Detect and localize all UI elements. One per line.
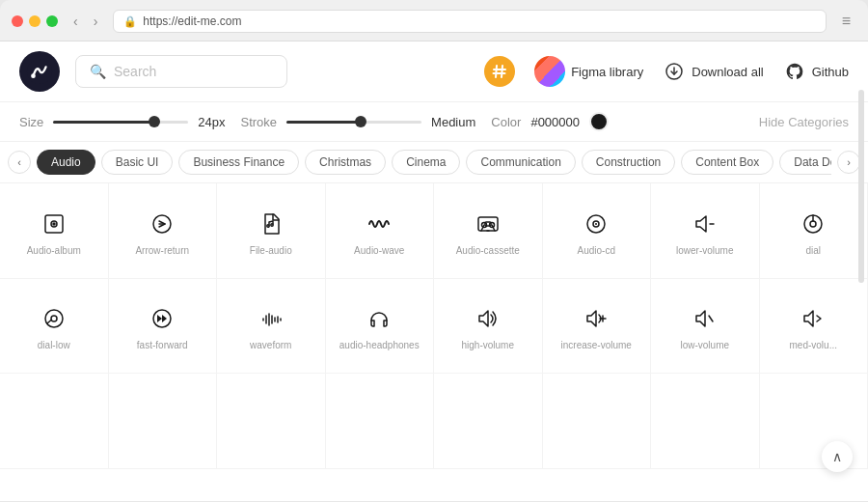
waveform-icon xyxy=(258,305,285,332)
icon-cell-dial-low[interactable]: dial-low xyxy=(0,279,109,375)
scroll-up-button[interactable]: ∧ xyxy=(822,441,853,472)
icon-cell-audio-album[interactable]: Audio-album xyxy=(0,183,109,279)
svg-marker-30 xyxy=(157,315,162,322)
category-tab-basic-ui[interactable]: Basic UI xyxy=(101,150,174,175)
categories-next-button[interactable]: › xyxy=(837,151,860,174)
search-input[interactable]: Search xyxy=(114,64,156,79)
lock-icon: 🔒 xyxy=(123,15,137,28)
dial-icon xyxy=(800,210,827,237)
icon-cell-file-audio[interactable]: File-audio xyxy=(217,183,326,279)
audio-wave-label: Audio-wave xyxy=(354,245,404,257)
svg-point-1 xyxy=(31,73,36,78)
arrow-return-label: Arrow-return xyxy=(135,245,189,257)
icon-cell-audio-cd[interactable]: Audio-cd xyxy=(543,183,652,279)
icon-cell-arrow-return[interactable]: Arrow-return xyxy=(109,183,218,279)
increase-volume-label: increase-volume xyxy=(561,340,632,351)
icon-cell-dial[interactable]: dial xyxy=(760,183,869,279)
nav-actions: Figma library Download all xyxy=(484,56,849,87)
dial-low-icon xyxy=(41,305,68,332)
stroke-slider[interactable] xyxy=(286,121,421,124)
figma-label: Figma library xyxy=(571,65,643,79)
hashtag-button[interactable] xyxy=(484,56,515,87)
icon-cell-lower-volume[interactable]: lower-volume xyxy=(651,183,760,279)
svg-line-28 xyxy=(47,321,51,324)
back-button[interactable]: ‹ xyxy=(68,12,84,31)
audio-album-label: Audio-album xyxy=(27,245,81,257)
category-tabs: Audio Basic UI Business Finance Christma… xyxy=(37,150,831,175)
icon-cell-med-volume[interactable]: med-volu... xyxy=(760,279,869,375)
icon-cell-fast-forward[interactable]: fast-forward xyxy=(109,279,218,375)
category-tab-construction[interactable]: Construction xyxy=(582,150,675,175)
icon-cell-audio-wave[interactable]: Audio-wave xyxy=(326,183,435,279)
github-button[interactable]: Github xyxy=(783,60,849,83)
category-tab-christmas[interactable]: Christmas xyxy=(305,150,386,175)
size-slider[interactable] xyxy=(53,121,188,124)
svg-point-26 xyxy=(45,310,63,327)
search-bar[interactable]: 🔍 Search xyxy=(75,55,287,88)
file-audio-label: File-audio xyxy=(250,245,292,257)
category-tab-content-box[interactable]: Content Box xyxy=(681,150,773,175)
category-tab-audio[interactable]: Audio xyxy=(37,150,95,175)
traffic-lights xyxy=(12,15,58,27)
category-tab-business-finance[interactable]: Business Finance xyxy=(178,150,299,175)
r3-icon-7 xyxy=(692,406,719,433)
audio-album-icon xyxy=(41,210,68,237)
icon-cell-r3i3[interactable] xyxy=(217,374,326,469)
audio-cassette-label: Audio-cassette xyxy=(456,245,520,257)
github-icon xyxy=(783,60,806,83)
r3-icon-8 xyxy=(800,406,827,433)
icon-cell-r3i7[interactable] xyxy=(651,374,760,469)
category-tab-data-document[interactable]: Data Document xyxy=(779,150,831,175)
size-label: Size xyxy=(19,115,43,129)
stroke-control: Stroke Medium xyxy=(241,115,476,129)
app-logo[interactable] xyxy=(19,51,60,92)
audio-cassette-icon xyxy=(475,210,502,237)
icon-cell-r3i1[interactable] xyxy=(0,374,109,469)
category-tab-communication[interactable]: Communication xyxy=(466,150,575,175)
svg-marker-21 xyxy=(696,216,706,232)
hide-categories-button[interactable]: Hide Categories xyxy=(759,115,849,129)
browser-titlebar: ‹ › 🔒 https://edit-me.com ≡ xyxy=(12,10,856,33)
icon-cell-audio-headphones[interactable]: audio-headphones xyxy=(326,279,435,375)
search-icon: 🔍 xyxy=(90,64,106,79)
icon-cell-r3i6[interactable] xyxy=(543,374,652,469)
figma-library-button[interactable]: Figma library xyxy=(534,56,643,87)
github-label: Github xyxy=(812,65,849,79)
high-volume-icon xyxy=(475,305,502,332)
dial-low-label: dial-low xyxy=(38,340,70,351)
color-swatch[interactable] xyxy=(589,112,609,131)
close-button[interactable] xyxy=(12,15,23,27)
audio-headphones-label: audio-headphones xyxy=(339,340,420,351)
scrollbar[interactable] xyxy=(858,90,864,283)
icon-cell-low-volume2[interactable]: low-volume xyxy=(651,279,760,375)
svg-point-13 xyxy=(271,224,273,226)
color-hex: #000000 xyxy=(530,115,580,129)
lower-volume-label: lower-volume xyxy=(676,245,733,257)
icon-cell-r3i2[interactable] xyxy=(109,374,218,469)
minimize-button[interactable] xyxy=(29,15,41,27)
icon-grid: Audio-album Arrow-return File-audio Audi… xyxy=(0,183,868,469)
categories-prev-button[interactable]: ‹ xyxy=(8,151,31,174)
high-volume-label: high-volume xyxy=(462,340,514,351)
icon-cell-high-volume[interactable]: high-volume xyxy=(434,279,543,375)
maximize-button[interactable] xyxy=(46,15,58,27)
download-all-button[interactable]: Download all xyxy=(663,60,763,83)
icon-cell-waveform[interactable]: waveform xyxy=(217,279,326,375)
svg-point-27 xyxy=(51,316,57,321)
icon-cell-audio-cassette[interactable]: Audio-cassette xyxy=(434,183,543,279)
icon-cell-r3i5[interactable] xyxy=(434,374,543,469)
category-bar: ‹ Audio Basic UI Business Finance Christ… xyxy=(0,142,868,183)
icon-cell-increase-volume[interactable]: increase-volume xyxy=(543,279,652,375)
svg-line-44 xyxy=(709,316,713,321)
url-text: https://edit-me.com xyxy=(143,14,241,28)
top-nav: 🔍 Search Figma library xyxy=(0,42,868,102)
category-tab-cinema[interactable]: Cinema xyxy=(392,150,460,175)
color-label: Color xyxy=(491,115,521,129)
icon-cell-r3i4[interactable] xyxy=(326,374,435,469)
waveform-label: waveform xyxy=(250,340,291,351)
arrow-return-icon xyxy=(149,210,176,237)
url-bar[interactable]: 🔒 https://edit-me.com xyxy=(113,10,826,33)
menu-button[interactable]: ≡ xyxy=(836,11,856,32)
forward-button[interactable]: › xyxy=(88,12,104,31)
r3-icon-1 xyxy=(41,406,68,433)
